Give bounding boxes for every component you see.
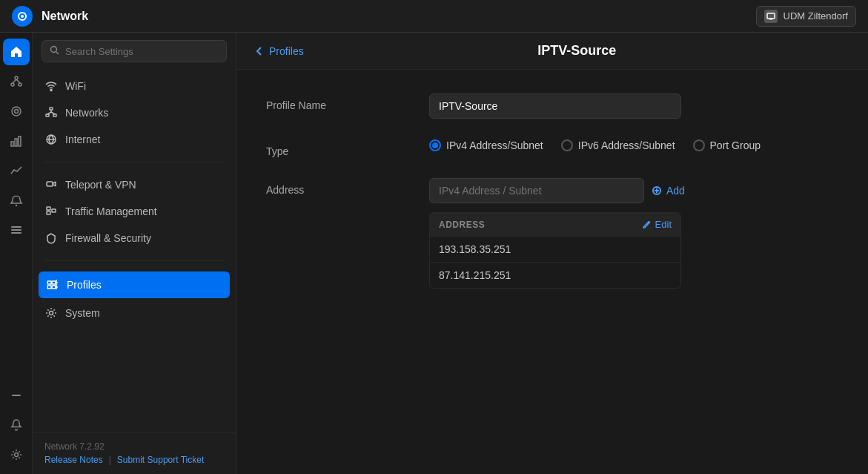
address-table-header: ADDRESS Edit xyxy=(430,213,680,237)
content-header: Profiles IPTV-Source xyxy=(236,33,868,70)
radio-circle-portgroup xyxy=(693,139,705,151)
radio-circle-ipv6 xyxy=(561,139,573,151)
support-ticket-link[interactable]: Submit Support Ticket xyxy=(117,455,204,465)
svg-rect-23 xyxy=(50,108,53,110)
rail-list-icon[interactable] xyxy=(3,217,30,243)
rail-home-icon[interactable] xyxy=(3,39,30,65)
profile-name-control xyxy=(429,93,838,119)
sidebar-section-bot: Profiles System xyxy=(33,267,236,329)
radio-ipv4[interactable]: IPv4 Address/Subnet xyxy=(429,139,543,151)
rail-chart-icon[interactable] xyxy=(3,157,30,184)
teleport-icon xyxy=(44,178,58,191)
search-bar[interactable] xyxy=(42,40,227,62)
sidebar-item-internet[interactable]: Internet xyxy=(33,126,236,153)
address-input[interactable] xyxy=(429,178,644,203)
sidebar-section-main: WiFi Networks Internet xyxy=(33,70,236,156)
sidebar-item-system[interactable]: System xyxy=(33,300,236,326)
profile-name-row: Profile Name xyxy=(266,93,838,119)
svg-line-8 xyxy=(16,79,20,83)
svg-rect-16 xyxy=(11,229,21,231)
sidebar-section-mid: Teleport & VPN Traffic Management Firewa… xyxy=(33,168,236,254)
app-title: Network xyxy=(42,10,88,23)
sidebar: WiFi Networks Internet Telepor xyxy=(33,33,236,474)
firewall-icon xyxy=(44,231,58,245)
svg-rect-31 xyxy=(47,182,53,186)
svg-line-27 xyxy=(47,112,51,114)
search-icon xyxy=(50,45,59,57)
topbar: Network UDM Ziltendorf xyxy=(0,0,868,33)
rail-minus-icon[interactable] xyxy=(3,382,30,409)
sidebar-firewall-label: Firewall & Security xyxy=(65,232,151,244)
svg-rect-24 xyxy=(46,114,49,116)
profile-name-label: Profile Name xyxy=(266,93,429,111)
internet-icon xyxy=(44,133,58,146)
svg-line-21 xyxy=(56,52,59,54)
sidebar-item-teleport[interactable]: Teleport & VPN xyxy=(33,171,236,198)
svg-point-10 xyxy=(14,110,18,113)
edit-button[interactable]: Edit xyxy=(642,219,672,230)
sidebar-item-wifi[interactable]: WiFi xyxy=(33,73,236,99)
networks-icon xyxy=(44,106,58,119)
sidebar-item-traffic[interactable]: Traffic Management xyxy=(33,198,236,225)
svg-rect-33 xyxy=(47,211,50,214)
system-icon xyxy=(44,306,58,320)
sidebar-profiles-label: Profiles xyxy=(67,279,102,291)
search-input[interactable] xyxy=(65,46,219,57)
wifi-icon xyxy=(44,79,58,93)
sidebar-wifi-label: WiFi xyxy=(65,80,86,92)
rail-topology-icon[interactable] xyxy=(3,68,30,95)
device-badge[interactable]: UDM Ziltendorf xyxy=(756,6,856,27)
radio-circle-ipv4 xyxy=(429,139,441,151)
rail-notifications-icon[interactable] xyxy=(3,412,30,438)
svg-rect-34 xyxy=(52,209,56,212)
add-address-button[interactable]: Add xyxy=(652,182,685,200)
svg-rect-32 xyxy=(47,207,50,210)
svg-point-20 xyxy=(51,47,57,53)
release-notes-link[interactable]: Release Notes xyxy=(44,455,103,465)
sidebar-internet-label: Internet xyxy=(65,134,100,145)
svg-rect-12 xyxy=(15,139,17,146)
type-row: Type IPv4 Address/Subnet IPv6 Address/Su… xyxy=(266,139,838,157)
breadcrumb-label: Profiles xyxy=(269,45,304,57)
svg-rect-37 xyxy=(47,286,51,289)
profile-name-input[interactable] xyxy=(429,93,681,119)
footer-sep: | xyxy=(109,455,111,465)
content-title: IPTV-Source xyxy=(537,43,616,59)
sidebar-item-networks[interactable]: Networks xyxy=(33,99,236,126)
svg-rect-18 xyxy=(12,395,21,396)
radio-portgroup-label: Port Group xyxy=(710,139,761,151)
rail-stats-icon[interactable] xyxy=(3,128,30,154)
svg-rect-25 xyxy=(53,114,56,116)
divider-1 xyxy=(44,162,224,162)
version-label: Network 7.2.92 xyxy=(44,441,224,452)
svg-rect-2 xyxy=(767,13,775,19)
sidebar-teleport-label: Teleport & VPN xyxy=(65,179,136,191)
type-control: IPv4 Address/Subnet IPv6 Address/Subnet … xyxy=(429,139,838,151)
address-header-label: ADDRESS xyxy=(439,220,485,230)
svg-line-7 xyxy=(13,79,16,83)
breadcrumb-back[interactable]: Profiles xyxy=(254,45,304,57)
address-row-2: 87.141.215.251 xyxy=(430,263,680,288)
svg-line-28 xyxy=(51,112,55,114)
radio-ipv6[interactable]: IPv6 Address/Subnet xyxy=(561,139,675,151)
add-label: Add xyxy=(666,185,685,197)
radio-portgroup[interactable]: Port Group xyxy=(693,139,761,151)
rail-settings-icon[interactable] xyxy=(3,441,30,468)
svg-point-9 xyxy=(12,107,21,116)
svg-rect-3 xyxy=(769,19,772,20)
rail-security-icon[interactable] xyxy=(3,98,30,125)
rail-alerts-icon[interactable] xyxy=(3,187,30,214)
sidebar-item-profiles[interactable]: Profiles xyxy=(39,271,230,298)
address-row-1: 193.158.35.251 xyxy=(430,237,680,263)
sidebar-item-firewall[interactable]: Firewall & Security xyxy=(33,225,236,251)
address-row: Address Add ADDRESS xyxy=(266,178,838,289)
form-area: Profile Name Type IPv4 Address/Subnet xyxy=(236,70,868,474)
device-label: UDM Ziltendorf xyxy=(783,10,848,22)
profiles-icon xyxy=(46,278,59,292)
svg-point-22 xyxy=(50,90,52,91)
address-table: ADDRESS Edit 193.158.35.251 87.141.215.2… xyxy=(429,212,681,289)
svg-point-6 xyxy=(19,83,21,86)
device-icon xyxy=(764,10,778,23)
svg-rect-15 xyxy=(11,226,21,228)
sidebar-footer: Network 7.2.92 Release Notes | Submit Su… xyxy=(33,432,236,474)
